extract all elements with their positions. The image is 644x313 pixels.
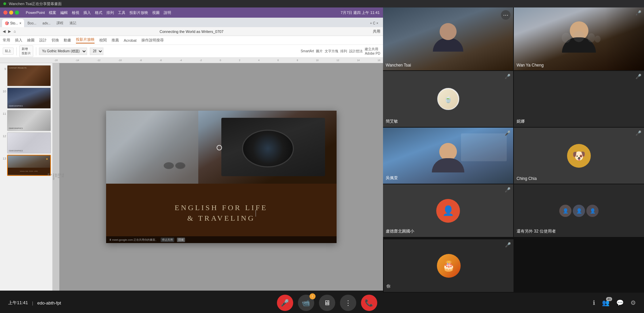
- ppt-ribbon-tabs: 常用 插入 繪圖 設計 切換 動畫 投影片放映 校閱 推薦 Acrobat 操作…: [0, 36, 383, 45]
- ppt-menu-slideshow[interactable]: 投影片放映: [129, 10, 148, 15]
- ribbon-tab-animation[interactable]: 動畫: [64, 38, 71, 43]
- ppt-menu-format[interactable]: 格式: [95, 10, 102, 15]
- slide-img-11[interactable]: DEMOGRAPHICS: [7, 110, 51, 131]
- end-call-button[interactable]: 📞: [361, 295, 377, 311]
- info-button[interactable]: ℹ: [593, 299, 595, 307]
- ppt-title-actions[interactable]: 共用: [373, 29, 380, 34]
- slide-main-text: ENGLISH FOR LIFE & TRAVELING: [175, 203, 267, 224]
- slide-left-sidebar: tingul92,9akements✈by: [53, 63, 59, 291]
- hide-share-btn[interactable]: 隱藏: [177, 238, 185, 242]
- share-btn[interactable]: 共用: [373, 29, 380, 34]
- paste-btn[interactable]: 貼上: [3, 48, 14, 55]
- slide-thumb-9[interactable]: 9 CONTENT PROJECTS: [1, 65, 51, 86]
- ribbon-tab-draw[interactable]: 繪圖: [27, 38, 35, 43]
- browser-tab-add[interactable]: + C ×: [367, 19, 381, 27]
- ribbon-tab-acrobat[interactable]: Acrobat: [124, 38, 137, 42]
- slide-num-11: 11: [1, 112, 6, 115]
- tab5-label: 速記: [69, 21, 76, 25]
- lu-mic-icon: 🎤: [505, 187, 510, 192]
- activities-button[interactable]: ⚙: [630, 299, 636, 307]
- browser-tab-active[interactable]: 🎯 Sto... ×: [2, 19, 24, 27]
- traffic-lights[interactable]: [3, 11, 19, 15]
- browser-tab-4[interactable]: 課程: [54, 19, 66, 27]
- ppt-nav-home[interactable]: ⌂: [14, 29, 16, 34]
- slide-13-bottom: ENGLISH FOR LIFE: [8, 168, 50, 174]
- ribbon-tab-insert[interactable]: 插入: [15, 38, 22, 43]
- ppt-menu-tools[interactable]: 工具: [118, 10, 125, 15]
- ppt-menu-view[interactable]: 檢視: [72, 10, 79, 15]
- wanchen-head: [440, 23, 457, 40]
- camera-button-wrapper[interactable]: 📹 !: [298, 295, 314, 311]
- ribbon-tab-recommend[interactable]: 推薦: [112, 38, 119, 43]
- slide-11-label: DEMOGRAPHICS: [9, 127, 49, 129]
- wanchen-more-btn[interactable]: ⋯: [501, 10, 510, 20]
- mute-button[interactable]: 🎤: [277, 295, 293, 311]
- slide-thumb-11[interactable]: 11 DEMOGRAPHICS: [1, 110, 51, 131]
- slide-img-9[interactable]: CONTENT PROJECTS: [7, 65, 51, 86]
- ribbon-tab-search[interactable]: 操作說明搜尋: [141, 38, 164, 43]
- ppt-menu-help[interactable]: 說明: [164, 10, 171, 15]
- tile-lu-de-zhai: 👤 🎤 盧德齋北圓國小: [383, 184, 513, 237]
- svg-point-3: [595, 35, 601, 42]
- slide-img-10[interactable]: DEMOGRAPHICS: [7, 88, 51, 109]
- tile-wu-pei-xuan: 🎤 吳佩萱: [383, 128, 513, 184]
- ppt-menu-powerpoint[interactable]: PowerPoint: [26, 11, 45, 15]
- design-ideas-label: 設計想法: [349, 49, 363, 54]
- more-avatar-1: 👤: [559, 205, 571, 217]
- browser-tab-5[interactable]: 速記: [67, 19, 79, 27]
- slide-sidebar-text: tingul92,9akements✈by: [47, 173, 64, 180]
- font-family-select[interactable]: Yu Gothic Medium (標題): [39, 48, 87, 55]
- slide-thumb-12[interactable]: 12 DEMOGRAPHICS: [1, 132, 51, 153]
- browser-tab-3[interactable]: adv...: [40, 19, 53, 27]
- slide-num-13: 13: [1, 157, 6, 160]
- slide-statusbar: ⏸ meet.google.com 正在共用你的畫面。 停止共用 隱藏: [106, 236, 337, 243]
- mask-overlay: [440, 23, 457, 40]
- slide-ruler: -16-14-12-10-8-6-4-20246810121416: [0, 58, 383, 63]
- ppt-menu-arrange[interactable]: 排列: [106, 10, 114, 15]
- stop-share-btn[interactable]: 停止共用: [161, 238, 174, 242]
- slide-img-12[interactable]: DEMOGRAPHICS: [7, 132, 51, 153]
- slide-thumb-13[interactable]: 13 ENGLISH FOR LIFE ★: [1, 155, 51, 176]
- ppt-nav-forward[interactable]: ▶: [8, 29, 11, 34]
- ppt-menu-insert[interactable]: 插入: [83, 10, 91, 15]
- ribbon-tab-review[interactable]: 校閱: [99, 38, 107, 43]
- ribbon-tab-design[interactable]: 設計: [39, 38, 47, 43]
- close-button[interactable]: [3, 11, 7, 15]
- bottom-left: 上午11:41 | edo-abth-fpt: [8, 300, 61, 306]
- ribbon-tab-transition[interactable]: 切換: [52, 38, 59, 43]
- slide-thumb-10[interactable]: 10 DEMOGRAPHICS: [1, 88, 51, 109]
- new-slide-btn[interactable]: 新增投影片: [19, 45, 33, 57]
- toolbar-new-slide-group[interactable]: 新增投影片: [19, 45, 33, 57]
- tab-close[interactable]: ×: [19, 21, 21, 25]
- ribbon-tab-slideshow[interactable]: 投影片放映: [76, 37, 95, 43]
- tab-label: Sto...: [10, 21, 18, 25]
- tab2-label: Boo...: [27, 21, 36, 25]
- jian-mic-icon: 🎤: [505, 74, 510, 79]
- font-size-select[interactable]: 28: [90, 48, 103, 55]
- ppt-menu-file[interactable]: 檔案: [49, 10, 56, 15]
- bottom-controls-center[interactable]: 🎤 📹 ! 🖥 ⋮ 📞: [277, 295, 377, 311]
- more-options-button[interactable]: ⋮: [340, 295, 356, 311]
- browser-tab-2[interactable]: Boo...: [25, 19, 39, 27]
- more-avatar-2: 👤: [573, 205, 585, 217]
- toolbar-paste-group[interactable]: 貼上: [3, 48, 14, 55]
- chat-button[interactable]: 💬: [616, 299, 624, 307]
- ppt-body: 9 CONTENT PROJECTS 10 DEMOGRAPHICS 11 DE…: [0, 63, 383, 291]
- ppt-menu-view2[interactable]: 視圖: [152, 10, 160, 15]
- slide-img-13[interactable]: ENGLISH FOR LIFE ★: [7, 155, 51, 176]
- ppt-menu-edit[interactable]: 編輯: [60, 10, 68, 15]
- maximize-button[interactable]: [15, 11, 19, 15]
- ppt-window: PowerPoint 檔案 編輯 檢視 插入 格式 排列 工具 投影片放映 視圖…: [0, 7, 383, 293]
- minimize-button[interactable]: [9, 11, 13, 15]
- wanya-nametag: Wan Ya Cheng: [517, 63, 544, 68]
- slide-main: ENGLISH FOR LIFE & TRAVELING ⏸ meet.goog…: [106, 111, 337, 243]
- ppt-nav-back[interactable]: ◀: [3, 29, 5, 34]
- browser-tabbar: 🎯 Sto... × Boo... adv... 課程 速記 + C ×: [0, 18, 383, 27]
- ppt-titlebar: ◀ ▶ ⌂ Connecting the World as Writers_07…: [0, 27, 383, 36]
- ppt-nav-buttons[interactable]: ◀ ▶ ⌂: [3, 29, 16, 34]
- wanya-mic-icon: 🎤: [636, 10, 641, 16]
- participants-button[interactable]: 👥 41: [602, 299, 609, 307]
- slide-13-text: ENGLISH FOR LIFE: [20, 170, 38, 172]
- share-screen-button[interactable]: 🖥: [319, 295, 335, 311]
- ribbon-tab-home[interactable]: 常用: [3, 38, 10, 43]
